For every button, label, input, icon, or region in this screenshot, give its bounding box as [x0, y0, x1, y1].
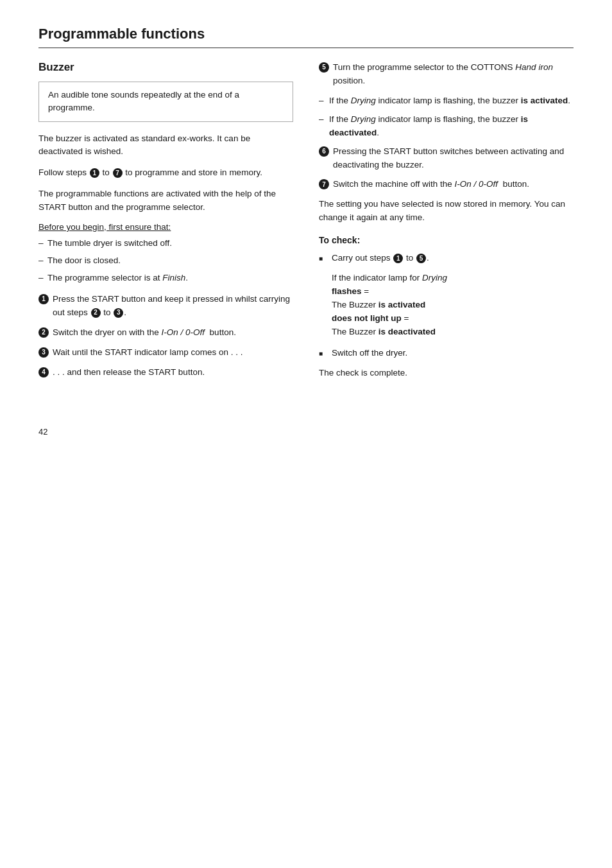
indicator-block: If the indicator lamp for Drying flashes…: [319, 272, 574, 339]
step-ref-1: 1: [90, 168, 99, 178]
condition-1: The tumble dryer is switched off.: [38, 237, 293, 250]
step-number-1: 1: [38, 294, 49, 304]
before-begin-text: Before you begin, first ensure that:: [38, 222, 293, 232]
step-number-5: 5: [319, 62, 329, 73]
page-number: 42: [38, 427, 47, 437]
step-ref-3: 3: [114, 308, 123, 318]
step-7: 7 Switch the machine off with the I-On /…: [319, 178, 574, 191]
check-complete: The check is complete.: [319, 367, 574, 380]
dash-item-deactivated: If the Drying indicator lamp is flashing…: [319, 113, 574, 140]
step-3: 3 Wait until the START indicator lamp co…: [38, 346, 293, 360]
body-text-3: The programmable functions are activated…: [38, 187, 293, 214]
step-ref-7: 7: [113, 168, 123, 178]
step-2: 2 Switch the dryer on with the I-On / 0-…: [38, 326, 293, 340]
to-check-title: To check:: [319, 235, 574, 245]
switch-off-dryer: Switch off the dryer.: [319, 347, 574, 360]
step-number-7: 7: [319, 179, 329, 189]
step-ref-2: 2: [91, 308, 101, 318]
check-step-1: Carry out steps 1 to 5.: [319, 252, 574, 265]
body-text-2: Follow steps 1 to 7 to programme and sto…: [38, 166, 293, 180]
stored-text: The setting you have selected is now sto…: [319, 198, 574, 225]
section-title-buzzer: Buzzer: [38, 61, 293, 74]
condition-2: The door is closed.: [38, 254, 293, 268]
step-number-3: 3: [38, 347, 49, 358]
step-5: 5 Turn the programme selector to the COT…: [319, 61, 574, 88]
page-title: Programmable functions: [38, 26, 574, 48]
step-number-4: 4: [38, 367, 49, 378]
dash-item-activated: If the Drying indicator lamp is flashing…: [319, 94, 574, 108]
info-box: An audible tone sounds repeatedly at the…: [38, 82, 293, 122]
check-ref-5: 5: [416, 254, 426, 263]
step-6: 6 Pressing the START button switches bet…: [319, 145, 574, 172]
condition-3: The programme selector is at Finish.: [38, 272, 293, 285]
step-number-6: 6: [319, 146, 329, 157]
right-column: 5 Turn the programme selector to the COT…: [319, 61, 574, 388]
left-column: Buzzer An audible tone sounds repeatedly…: [38, 61, 293, 388]
body-text-1: The buzzer is activated as standard ex-w…: [38, 132, 293, 159]
check-ref-1: 1: [393, 254, 403, 263]
step-1: 1 Press the START button and keep it pre…: [38, 293, 293, 320]
step-number-2: 2: [38, 327, 49, 338]
indicator-text: If the indicator lamp for Drying flashes…: [332, 272, 574, 339]
step-4: 4 . . . and then release the START butto…: [38, 366, 293, 379]
